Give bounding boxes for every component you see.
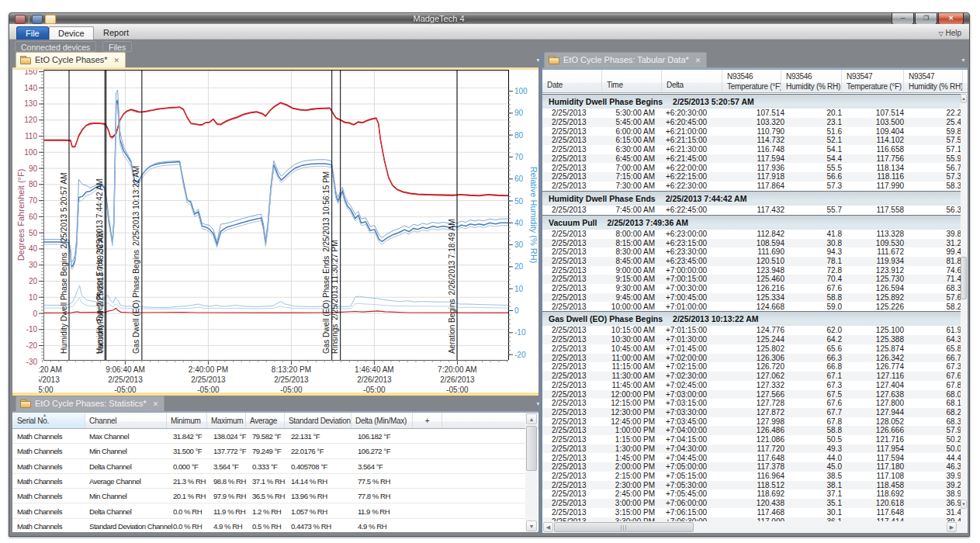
chart-tab-close-icon[interactable]: ✕ <box>114 57 120 64</box>
tabular-row[interactable]: 2/25/20137:15:00 AM+6:22:15:00117.91856.… <box>542 172 961 182</box>
minimize-button[interactable]: ─ <box>892 13 914 25</box>
tabular-row[interactable]: 2/25/20131:45:00 PM+7:04:45:00117.64844.… <box>542 454 961 463</box>
tabular-col-header[interactable]: Time <box>602 70 662 92</box>
tabular-row[interactable]: 2/25/20139:30:00 AM+7:00:30:00126.21667.… <box>542 284 961 293</box>
tabular-row[interactable]: 2/25/201312:00:00 PM+7:03:00:00127.56667… <box>542 390 961 399</box>
stats-row[interactable]: Math ChannelsStandard Deviation Channel0… <box>12 519 525 532</box>
stats-row[interactable]: Math ChannelsDelta Channel0.0 % RH11.9 %… <box>12 504 525 519</box>
tab-device[interactable]: Device <box>49 26 94 40</box>
stats-col-minimum[interactable]: Minimum <box>167 413 207 428</box>
tab-file[interactable]: File <box>16 26 49 40</box>
stats-col-average[interactable]: Average <box>246 413 285 428</box>
phase-group-header[interactable]: Humidity Dwell Phase Ends2/25/2013 7:44:… <box>542 191 961 206</box>
tabular-table-header[interactable]: DateTimeDeltaN93546Temperature (°F)N9354… <box>542 70 968 93</box>
tabular-col-header[interactable]: Date <box>542 70 602 92</box>
tabular-row[interactable]: 2/25/20137:30:00 AM+6:22:30:00117.86457.… <box>542 182 961 191</box>
help-menu[interactable]: ▽ Help <box>938 29 961 37</box>
tabular-row[interactable]: 2/25/201311:30:00 AM+7:02:30:00127.06267… <box>542 372 961 381</box>
tabular-row[interactable]: 2/25/20135:30:00 AM+6:20:30:00107.51420.… <box>542 109 961 118</box>
tabular-scroll-right-icon[interactable]: ▶ <box>947 522 957 532</box>
tabular-cell: 126.666 <box>850 426 904 435</box>
line-chart[interactable]: -30-20-100102030405060708090100110120130… <box>12 70 538 393</box>
chart-panel-tab[interactable]: EtO Cycle Phases*✕ <box>16 52 126 67</box>
tabular-panel-tab[interactable]: EtO Cycle Phases: Tabular Data*✕ <box>544 52 707 67</box>
tabular-col-header[interactable]: N93547Humidity (% RH) <box>904 70 963 92</box>
stats-col--[interactable]: + <box>413 413 442 428</box>
stats-panel-tab[interactable]: EtO Cycle Phases: Statistics*✕ <box>16 396 164 411</box>
tabular-row[interactable]: 2/25/201312:15:00 PM+7:03:15:00127.72867… <box>542 399 961 408</box>
close-button[interactable]: ✕ <box>938 13 964 25</box>
stats-scroll-up-icon[interactable]: ▲ <box>526 413 537 424</box>
stats-col-channel[interactable]: Channel <box>85 413 167 428</box>
tabular-vscrollbar[interactable]: ▲ ▼ <box>961 93 968 521</box>
tabular-row[interactable]: 2/25/201312:30:00 PM+7:03:30:00127.87267… <box>542 408 961 417</box>
tabular-row[interactable]: 2/25/20139:45:00 AM+7:00:45:00125.33458.… <box>542 293 961 303</box>
tabular-row[interactable]: 2/25/20136:15:00 AM+6:21:15:00114.73252.… <box>542 136 961 145</box>
tabular-hscroll-thumb[interactable] <box>554 522 694 532</box>
stats-vscrollbar[interactable]: ▲ ▼ <box>525 413 538 532</box>
tabular-row[interactable]: 2/25/20133:00:00 PM+7:06:00:00120.43835.… <box>542 499 961 508</box>
restore-button[interactable]: ❐ <box>915 13 937 25</box>
tabular-row[interactable]: 2/25/201310:45:00 AM+7:01:45:00125.80265… <box>542 344 961 354</box>
tabular-tab-close-icon[interactable]: ✕ <box>695 57 701 64</box>
tabular-col-header[interactable]: Delta <box>662 70 722 92</box>
tabular-row[interactable]: 2/25/20131:15:00 PM+7:04:15:00121.08650.… <box>542 435 961 444</box>
tabular-cell: 8:00:00 AM <box>601 230 655 239</box>
stats-row[interactable]: Math ChannelsMin Channel20.1 % RH97.9 % … <box>12 489 525 503</box>
stats-col-serial-no-[interactable]: Serial No.▴ <box>13 413 85 428</box>
ribbon-tab-row: File Device Report ▽ Help <box>9 24 969 40</box>
stats-row[interactable]: Math ChannelsMin Channel31.500 °F137.772… <box>12 444 525 458</box>
tabular-scroll-up-icon[interactable]: ▲ <box>961 94 967 103</box>
tabular-row[interactable]: 2/25/20136:30:00 AM+6:21:30:00116.74854.… <box>542 145 961 154</box>
tabular-cell: 125.244 <box>730 335 784 344</box>
tabular-row[interactable]: 2/25/20131:30:00 PM+7:04:30:00117.72049.… <box>542 444 961 454</box>
tabular-col-header[interactable]: N93546Humidity (% RH) <box>781 70 842 92</box>
tabular-scroll-down-icon[interactable]: ▼ <box>961 500 967 509</box>
tabular-row[interactable]: 2/25/201312:45:00 PM+7:03:45:00127.99867… <box>542 417 961 427</box>
connected-devices-button[interactable]: Connected devices <box>15 41 96 52</box>
phase-group-header[interactable]: Vacuum Pull2/25/2013 7:49:36 AM <box>542 215 961 230</box>
stats-col-maximum[interactable]: Maximum <box>207 413 246 428</box>
stats-row[interactable]: Math ChannelsMax Channel31.842 °F138.024… <box>12 429 525 444</box>
tabular-row[interactable]: 2/25/20136:00:00 AM+6:21:00:00110.79051.… <box>542 127 961 137</box>
tabular-row[interactable]: 2/25/20132:30:00 PM+7:05:30:00118.51238.… <box>542 481 961 490</box>
tabular-row[interactable]: 2/25/20131:00:00 PM+7:04:00:00126.48658.… <box>542 426 961 435</box>
tabular-col-header[interactable]: N93547Temperature (°F) <box>842 70 904 92</box>
stats-tab-close-icon[interactable]: ✕ <box>153 400 159 408</box>
tabular-row[interactable]: 2/25/20139:00:00 AM+7:00:00:00123.94872.… <box>542 266 961 275</box>
stats-col-delta-min-max-[interactable]: Delta (Min/Max) <box>351 413 413 428</box>
tabular-row[interactable]: 2/25/20138:00:00 AM+6:23:00:00112.84241.… <box>542 230 961 239</box>
tabular-row[interactable]: 2/25/201310:15:00 AM+7:01:15:00124.77662… <box>542 326 961 335</box>
tabular-row[interactable]: 2/25/20136:45:00 AM+6:21:45:00117.59454.… <box>542 154 961 164</box>
tabular-row[interactable]: 2/25/20138:15:00 AM+6:23:15:00108.59430.… <box>542 239 961 248</box>
stats-row[interactable]: Math ChannelsAverage Channel21.3 % RH98.… <box>12 474 525 489</box>
tabular-col-header[interactable]: N93546Temperature (°F) <box>722 70 781 92</box>
tabular-panel-dropdown-icon[interactable]: ▼ <box>961 57 966 63</box>
tabular-row[interactable]: 2/25/20132:15:00 PM+7:05:15:00116.96438.… <box>542 472 961 481</box>
stats-scroll-down-icon[interactable]: ▼ <box>526 521 537 531</box>
stats-row[interactable]: Math ChannelsDelta Channel0.000 °F3.564 … <box>12 459 525 474</box>
tabular-row[interactable]: 2/25/20132:00:00 PM+7:05:00:00117.37845.… <box>542 462 961 472</box>
tabular-row[interactable]: 2/25/20138:45:00 AM+6:23:45:00120.51078.… <box>542 257 961 266</box>
tabular-row[interactable]: 2/25/20133:15:00 PM+7:06:15:00117.46830.… <box>542 508 961 517</box>
stats-table-header[interactable]: Serial No.▴ChannelMinimumMaximumAverageS… <box>12 413 538 429</box>
tabular-row[interactable]: 2/25/20138:30:00 AM+6:23:30:00111.69094.… <box>542 247 961 257</box>
title-bar[interactable]: | MadgeTech 4 <box>9 13 969 24</box>
stats-col-standard-deviation[interactable]: Standard Deviation <box>285 413 351 428</box>
tabular-row[interactable]: 2/25/201310:00:00 AM+7:01:00:00124.66859… <box>542 303 961 312</box>
tabular-row[interactable]: 2/25/20139:15:00 AM+7:00:15:00125.46070.… <box>542 275 961 284</box>
tabular-row[interactable]: 2/25/20132:45:00 PM+7:05:45:00118.69237.… <box>542 489 961 499</box>
phase-group-header[interactable]: Gas Dwell (EO) Phase Begins2/25/2013 10:… <box>542 311 961 326</box>
tabular-row[interactable]: 2/25/201311:45:00 AM+7:02:45:00127.33267… <box>542 381 961 390</box>
tabular-row[interactable]: 2/25/20137:00:00 AM+6:22:00:00117.93655.… <box>542 164 961 173</box>
phase-group-header[interactable]: Humidity Dwell Phase Begins2/25/2013 5:2… <box>542 94 961 109</box>
tabular-row[interactable]: 2/25/201311:00:00 AM+7:02:00:00126.30666… <box>542 354 961 363</box>
tabular-row[interactable]: 2/25/201311:15:00 AM+7:02:15:00126.72066… <box>542 362 961 372</box>
tabular-row[interactable]: 2/25/20135:45:00 AM+6:20:45:00103.32023.… <box>542 118 961 127</box>
tab-report[interactable]: Report <box>95 26 137 40</box>
tabular-hscrollbar[interactable]: ◀ ▶ <box>542 521 968 533</box>
tabular-row[interactable]: 2/25/20137:45:00 AM+6:22:45:00117.43255.… <box>542 206 961 215</box>
tabular-row[interactable]: 2/25/201310:30:00 AM+7:01:30:00125.24464… <box>542 335 961 344</box>
files-button[interactable]: Files <box>102 41 132 52</box>
tabular-scroll-left-icon[interactable]: ◀ <box>543 522 553 532</box>
